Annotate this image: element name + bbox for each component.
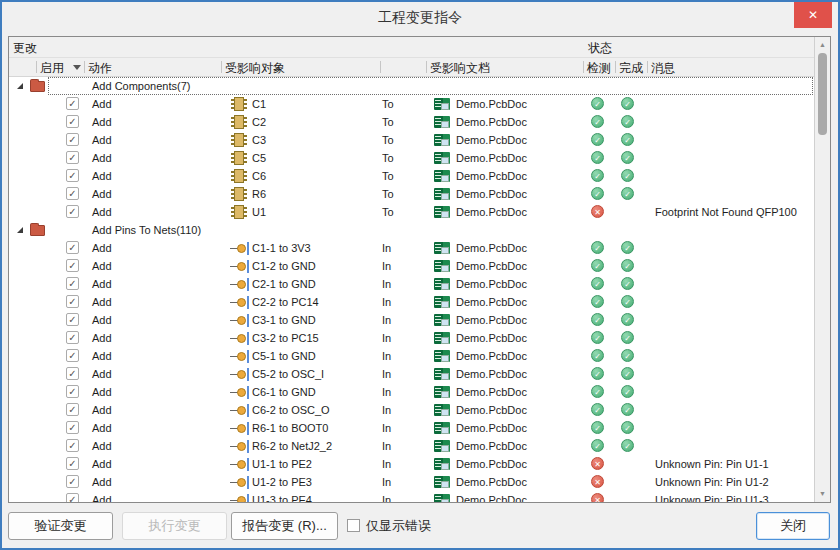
column-separator	[84, 61, 85, 73]
enable-checkbox[interactable]: ✓	[66, 295, 79, 308]
expand-collapse-icon[interactable]	[17, 83, 23, 89]
object-cell: C6-1 to GND	[252, 386, 316, 398]
table-row[interactable]: ✓ Add C1-2 to GND In Demo.PcbDoc ✓ ✓	[9, 257, 814, 275]
done-status-icon: ✓	[621, 313, 634, 326]
group-row[interactable]: Add Components(7)	[9, 77, 814, 95]
enable-checkbox[interactable]: ✓	[66, 457, 79, 470]
table-row[interactable]: ✓ Add U1-2 to PE3 In Demo.PcbDoc ✕ Unkno…	[9, 473, 814, 491]
pin-icon	[230, 475, 249, 488]
pcb-document-icon	[434, 188, 450, 200]
pcb-document-icon	[434, 242, 450, 254]
pcb-document-icon	[434, 170, 450, 182]
done-status-icon: ✓	[621, 187, 634, 200]
titlebar[interactable]: 工程变更指令 ✕	[2, 2, 838, 32]
column-header-check[interactable]: 检测	[587, 60, 611, 77]
close-button[interactable]: 关闭	[756, 512, 830, 540]
object-cell: U1-3 to PE4	[252, 494, 312, 502]
scroll-down-icon[interactable]: ▼	[815, 487, 830, 501]
group-label: Add Pins To Nets(110)	[92, 224, 201, 236]
enable-checkbox[interactable]: ✓	[66, 475, 79, 488]
enable-checkbox[interactable]: ✓	[66, 277, 79, 290]
scroll-up-icon[interactable]: ▲	[815, 38, 830, 52]
table-row[interactable]: ✓ Add R6 To Demo.PcbDoc ✓ ✓	[9, 185, 814, 203]
table-row[interactable]: ✓ Add C3-2 to PC15 In Demo.PcbDoc ✓ ✓	[9, 329, 814, 347]
group-row[interactable]: Add Pins To Nets(110)	[9, 221, 814, 239]
expand-collapse-icon[interactable]	[17, 227, 23, 233]
table-row[interactable]: ✓ Add U1-1 to PE2 In Demo.PcbDoc ✕ Unkno…	[9, 455, 814, 473]
done-status-icon: ✓	[621, 115, 634, 128]
enable-checkbox[interactable]: ✓	[66, 403, 79, 416]
document-cell: Demo.PcbDoc	[456, 152, 527, 164]
table-row[interactable]: ✓ Add R6-1 to BOOT0 In Demo.PcbDoc ✓ ✓	[9, 419, 814, 437]
pcb-document-icon	[434, 404, 450, 416]
table-row[interactable]: ✓ Add C5-2 to OSC_I In Demo.PcbDoc ✓ ✓	[9, 365, 814, 383]
column-header-object[interactable]: 受影响对象	[225, 60, 285, 77]
enable-checkbox[interactable]: ✓	[66, 151, 79, 164]
close-icon[interactable]: ✕	[794, 2, 832, 28]
column-header-document[interactable]: 受影响文档	[430, 60, 490, 77]
done-status-icon: ✓	[621, 241, 634, 254]
component-icon	[230, 115, 240, 129]
action-cell: Add	[92, 260, 112, 272]
enable-checkbox[interactable]: ✓	[66, 313, 79, 326]
enable-checkbox[interactable]: ✓	[66, 349, 79, 362]
check-status-icon: ✕	[591, 493, 604, 502]
table-row[interactable]: ✓ Add C3 To Demo.PcbDoc ✓ ✓	[9, 131, 814, 149]
check-status-icon: ✕	[591, 475, 604, 488]
object-cell: R6-2 to NetJ2_2	[252, 440, 332, 452]
errors-only-toggle[interactable]: 仅显示错误	[347, 512, 431, 540]
enable-checkbox[interactable]: ✓	[66, 187, 79, 200]
enable-checkbox[interactable]: ✓	[66, 97, 79, 110]
enable-checkbox[interactable]: ✓	[66, 115, 79, 128]
column-header-message[interactable]: 消息	[651, 60, 675, 77]
errors-only-checkbox[interactable]	[347, 519, 360, 532]
table-row[interactable]: ✓ Add C2 To Demo.PcbDoc ✓ ✓	[9, 113, 814, 131]
enable-checkbox[interactable]: ✓	[66, 205, 79, 218]
table-row[interactable]: ✓ Add C1 To Demo.PcbDoc ✓ ✓	[9, 95, 814, 113]
document-cell: Demo.PcbDoc	[456, 296, 527, 308]
section-header-status[interactable]: 状态	[588, 40, 612, 57]
done-status-icon: ✓	[621, 169, 634, 182]
pcb-document-icon	[434, 332, 450, 344]
enable-checkbox[interactable]: ✓	[66, 439, 79, 452]
table-row[interactable]: ✓ Add C6 To Demo.PcbDoc ✓ ✓	[9, 167, 814, 185]
table-row[interactable]: ✓ Add C6-2 to OSC_O In Demo.PcbDoc ✓ ✓	[9, 401, 814, 419]
column-header-done[interactable]: 完成	[619, 60, 643, 77]
vertical-scrollbar[interactable]: ▲ ▼	[814, 37, 830, 502]
enable-checkbox[interactable]: ✓	[66, 169, 79, 182]
enable-checkbox[interactable]: ✓	[66, 133, 79, 146]
table-row[interactable]: ✓ Add C5-1 to GND In Demo.PcbDoc ✓ ✓	[9, 347, 814, 365]
action-cell: Add	[92, 404, 112, 416]
execute-changes-button[interactable]: 执行变更	[122, 512, 227, 540]
table-row[interactable]: ✓ Add C3-1 to GND In Demo.PcbDoc ✓ ✓	[9, 311, 814, 329]
enable-checkbox[interactable]: ✓	[66, 259, 79, 272]
pin-icon	[230, 403, 249, 416]
scrollbar-thumb[interactable]	[818, 53, 827, 135]
action-cell: Add	[92, 422, 112, 434]
enable-checkbox[interactable]: ✓	[66, 331, 79, 344]
table-row[interactable]: ✓ Add C2-1 to GND In Demo.PcbDoc ✓ ✓	[9, 275, 814, 293]
enable-checkbox[interactable]: ✓	[66, 241, 79, 254]
enable-checkbox[interactable]: ✓	[66, 367, 79, 380]
enable-checkbox[interactable]: ✓	[66, 385, 79, 398]
table-row[interactable]: ✓ Add C5 To Demo.PcbDoc ✓ ✓	[9, 149, 814, 167]
column-separator	[36, 61, 37, 73]
component-icon	[230, 205, 240, 219]
pin-icon	[230, 295, 249, 308]
table-row[interactable]: ✓ Add C1-1 to 3V3 In Demo.PcbDoc ✓ ✓	[9, 239, 814, 257]
column-header-action[interactable]: 动作	[88, 60, 112, 77]
table-row[interactable]: ✓ Add U1-3 to PE4 In Demo.PcbDoc ✕ Unkno…	[9, 491, 814, 502]
table-row[interactable]: ✓ Add R6-2 to NetJ2_2 In Demo.PcbDoc ✓ ✓	[9, 437, 814, 455]
column-header-enable[interactable]: 启用	[40, 60, 64, 77]
action-cell: Add	[92, 206, 112, 218]
enable-checkbox[interactable]: ✓	[66, 421, 79, 434]
table-row[interactable]: ✓ Add U1 To Demo.PcbDoc ✕ Footprint Not …	[9, 203, 814, 221]
section-header-change[interactable]: 更改	[13, 40, 37, 57]
validate-changes-button[interactable]: 验证变更	[8, 512, 113, 540]
document-cell: Demo.PcbDoc	[456, 332, 527, 344]
chevron-down-icon[interactable]	[73, 65, 81, 70]
table-row[interactable]: ✓ Add C2-2 to PC14 In Demo.PcbDoc ✓ ✓	[9, 293, 814, 311]
enable-checkbox[interactable]: ✓	[66, 493, 79, 502]
report-changes-button[interactable]: 报告变更 (R)...	[231, 512, 338, 540]
table-row[interactable]: ✓ Add C6-1 to GND In Demo.PcbDoc ✓ ✓	[9, 383, 814, 401]
